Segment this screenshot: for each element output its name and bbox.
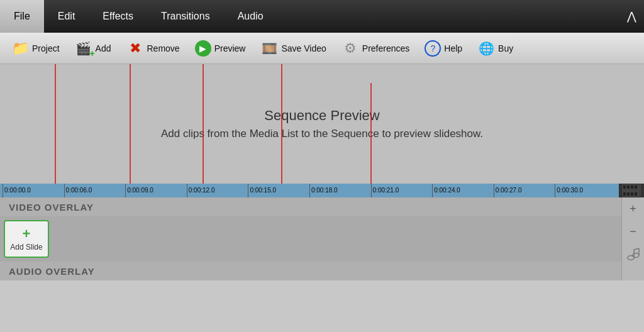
right-sidebar: + − [621, 197, 644, 280]
timeline-ruler[interactable]: 0:00:00.0 0:00:06.0 0:00:09.0 0:00:12.0 … [0, 184, 619, 197]
add-icon: 🎬 + [75, 40, 92, 57]
menu-effects[interactable]: Effects [89, 0, 147, 33]
help-button[interactable]: ? Help [418, 38, 469, 59]
preview-label: Preview [214, 43, 246, 53]
svg-rect-17 [627, 185, 630, 189]
project-button[interactable]: 📁 Project [5, 37, 66, 60]
menu-audio[interactable]: Audio [224, 0, 277, 33]
save-video-label: Save Video [281, 43, 326, 53]
save-video-icon: 🎞️ [260, 40, 278, 57]
add-slide-button[interactable]: + Add Slide [4, 220, 49, 258]
menu-edit[interactable]: Edit [44, 0, 89, 33]
remove-icon: ✖ [126, 40, 144, 57]
help-label: Help [444, 43, 462, 53]
ruler-tick: 0:00:12.0 [187, 184, 248, 197]
preview-icon: ▶ [195, 40, 211, 57]
plus-icon: + [23, 227, 31, 241]
add-slide-label: Add Slide [10, 243, 42, 252]
project-label: Project [32, 43, 60, 53]
ruler-tick: 0:00:06.0 [64, 184, 126, 197]
preferences-label: Preferences [362, 43, 409, 53]
svg-rect-23 [635, 192, 637, 196]
svg-rect-22 [631, 192, 633, 196]
buy-button[interactable]: 🌐 Buy [471, 37, 519, 60]
toolbar: 📁 Project 🎬 + Add ✖ Remove ▶ Preview 🎞️ … [0, 33, 644, 64]
tracks-content: VIDEO OVERLAY + Add Slide AUDIO OVERLAY [0, 197, 644, 280]
svg-line-26 [634, 248, 639, 250]
add-button[interactable]: 🎬 + Add [69, 37, 118, 60]
svg-rect-16 [623, 185, 626, 189]
video-overlay-label: VIDEO OVERLAY [0, 197, 644, 216]
svg-rect-20 [623, 192, 626, 196]
ruler-tick: 0:00:30.0 [555, 184, 616, 197]
menu-file[interactable]: File [0, 0, 44, 33]
preview-subtitle: Add clips from the Media List to the Seq… [161, 128, 483, 140]
menu-bar: File Edit Effects Transitions Audio ⋀ [0, 0, 644, 33]
ruler-tick: 0:00:27.0 [494, 184, 555, 197]
remove-label: Remove [147, 43, 180, 53]
timeline-container: 0:00:00.0 0:00:06.0 0:00:09.0 0:00:12.0 … [0, 184, 644, 197]
collapse-button[interactable]: ⋀ [619, 0, 644, 33]
svg-rect-18 [631, 185, 633, 189]
ruler-tick: 0:00:24.0 [432, 184, 494, 197]
help-icon: ? [425, 40, 441, 57]
svg-rect-21 [627, 192, 630, 196]
scroll-button[interactable] [625, 245, 642, 263]
preview-title: Sequence Preview [264, 108, 379, 124]
buy-label: Buy [498, 43, 513, 53]
remove-button[interactable]: ✖ Remove [120, 37, 186, 60]
ruler-tick: 0:00:15.0 [248, 184, 309, 197]
film-strip-icon [622, 184, 641, 197]
preferences-icon: ⚙ [341, 40, 359, 57]
menu-transitions[interactable]: Transitions [147, 0, 224, 33]
svg-rect-19 [635, 185, 637, 189]
preview-area: Sequence Preview Add clips from the Medi… [0, 64, 644, 184]
buy-icon: 🌐 [477, 40, 495, 57]
timeline-end-thumbnail [619, 184, 644, 197]
ruler-tick: 0:00:18.0 [309, 184, 371, 197]
ruler-tick: 0:00:00.0 [3, 184, 64, 197]
folder-icon: 📁 [11, 40, 29, 57]
tracks-wrapper: VIDEO OVERLAY + Add Slide AUDIO OVERLAY … [0, 197, 644, 280]
zoom-in-button[interactable]: + [625, 200, 642, 218]
ruler-tick: 0:00:21.0 [371, 184, 433, 197]
video-track-content: + Add Slide [0, 216, 644, 262]
ruler-tick: 0:00:09.0 [125, 184, 187, 197]
add-label: Add [96, 43, 111, 53]
music-note-icon [626, 247, 640, 261]
preferences-button[interactable]: ⚙ Preferences [335, 37, 416, 60]
save-video-button[interactable]: 🎞️ Save Video [254, 37, 332, 60]
preview-button[interactable]: ▶ Preview [189, 38, 252, 59]
zoom-out-button[interactable]: − [625, 223, 642, 240]
audio-overlay-label: AUDIO OVERLAY [0, 262, 644, 280]
